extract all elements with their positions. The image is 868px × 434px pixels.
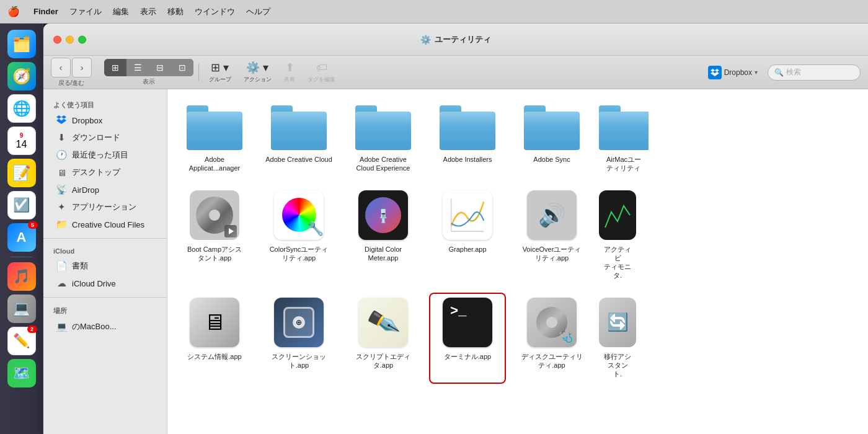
dropbox-label: Dropbox <box>724 68 752 77</box>
sidebar-item-downloads[interactable]: ⬇ ダウンロード <box>46 129 164 146</box>
sidebar-item-recent[interactable]: 🕐 最近使った項目 <box>46 146 164 164</box>
close-button[interactable] <box>53 35 61 43</box>
menu-edit[interactable]: 編集 <box>113 6 129 17</box>
sidebar: よく使う項目 Dropbox ⬇ ダウンロード 🕐 最近使った項目 🖥 デスクト… <box>43 89 167 434</box>
tag-button[interactable]: 🏷 タグを編集 <box>303 59 340 86</box>
file-grid: AdobeApplicat...anager Adobe Creative Cl… <box>167 89 868 434</box>
folder-adobe-app-manager[interactable]: AdobeApplicat...anager <box>177 102 252 177</box>
sidebar-desktop-label: デスクトップ <box>72 167 120 178</box>
forward-button[interactable]: › <box>72 58 92 78</box>
dock-chrome[interactable]: 🌐 <box>7 94 36 123</box>
folder-icon-2 <box>271 105 327 150</box>
sidebar-applications-label: アプリケーション <box>72 202 136 213</box>
fullscreen-button[interactable] <box>78 35 86 43</box>
app-sysinfo[interactable]: 🖥 システム情報.app <box>177 294 252 383</box>
file-name-adobe-sync: Adobe Sync <box>533 155 570 164</box>
utility-icon: ⚙️ <box>420 35 431 45</box>
sidebar-macbook-label: のMacBoo... <box>72 321 117 332</box>
sidebar-item-applications[interactable]: ✦ アプリケーション <box>46 198 164 216</box>
sidebar-icloud-drive-label: iCloud Drive <box>72 279 116 288</box>
dock-safari[interactable]: 🧭 <box>7 62 36 91</box>
dock-scripteditor[interactable]: ✏️ 2 <box>7 327 36 355</box>
main-content: よく使う項目 Dropbox ⬇ ダウンロード 🕐 最近使った項目 🖥 デスクト… <box>43 89 868 434</box>
menu-help[interactable]: ヘルプ <box>246 6 270 17</box>
file-name-terminal: ターミナル.app <box>444 352 491 361</box>
app-migration[interactable]: 🔄 移行アシスタント. <box>599 294 636 383</box>
app-screenshot[interactable]: ⊕ スクリーンショット.app <box>262 294 336 383</box>
folder-adobe-cce[interactable]: Adobe CreativeCloud Experience <box>346 102 420 177</box>
sidebar-item-macbook[interactable]: 💻 のMacBoo... <box>46 318 164 335</box>
sidebar-item-desktop[interactable]: 🖥 デスクトップ <box>46 164 164 181</box>
gallery-view-button[interactable]: ⊡ <box>171 59 193 76</box>
dock-sysinfo[interactable]: 💻 <box>7 294 36 323</box>
sidebar-item-dropbox[interactable]: Dropbox <box>46 112 164 129</box>
dock-reminders[interactable]: ☑️ <box>7 191 36 219</box>
dock: 🗂️ 🧭 🌐 9 14 📝 ☑️ A 5 🎵 💻 ✏️ 2 🗺️ <box>0 24 43 434</box>
file-name-adobe-app-manager: AdobeApplicat...anager <box>189 155 241 173</box>
menu-go[interactable]: 移動 <box>167 6 184 17</box>
nav-label: 戻る/進む <box>58 79 85 87</box>
migration-icon: 🔄 <box>599 298 636 347</box>
app-bootcamp[interactable]: Boot Campアシスタント.app <box>177 187 252 284</box>
grapher-icon <box>443 190 492 240</box>
sidebar-item-ccfiles[interactable]: 📁 Creative Cloud Files <box>46 216 164 233</box>
folder-adobe-installers[interactable]: Adobe Installers <box>430 102 505 177</box>
voiceover-icon: 🔊 <box>527 190 577 240</box>
svg-marker-0 <box>229 228 234 234</box>
list-view-button[interactable]: ☰ <box>126 59 149 76</box>
dock-music[interactable]: 🎵 <box>7 262 36 291</box>
menu-view[interactable]: 表示 <box>140 6 156 17</box>
sidebar-item-airdrop[interactable]: 📡 AirDrop <box>46 181 164 198</box>
locations-section-title: 場所 <box>43 303 167 318</box>
dock-maps[interactable]: 🗺️ <box>7 359 36 388</box>
app-activity-monitor[interactable]: アクティビティモニタ. <box>599 187 636 284</box>
search-placeholder: 検索 <box>786 67 801 78</box>
sidebar-item-docs[interactable]: 📄 書類 <box>46 257 164 275</box>
minimize-button[interactable] <box>66 35 74 43</box>
app-terminal[interactable]: >_ ターミナル.app <box>430 294 505 383</box>
dock-notes[interactable]: 📝 <box>7 159 36 187</box>
file-name-scripteditor: スクリプトエディタ.app <box>356 352 410 370</box>
dock-appstore[interactable]: A 5 <box>7 223 36 252</box>
appstore-badge: 5 <box>28 221 38 229</box>
dock-finder[interactable]: 🗂️ <box>7 30 36 58</box>
folder-icon <box>187 105 242 150</box>
folder-adobe-cc[interactable]: Adobe Creative Cloud <box>262 102 336 177</box>
app-scripteditor[interactable]: ✒️ スクリプトエディタ.app <box>346 294 420 383</box>
app-dcm[interactable]: 💉 Digital ColorMeter.app <box>346 187 420 284</box>
menu-window[interactable]: ウインドウ <box>195 6 235 17</box>
airdrop-icon: 📡 <box>56 184 67 195</box>
app-voiceover[interactable]: 🔊 VoiceOverユーティリティ.app <box>515 187 589 284</box>
sidebar-item-icloud-drive[interactable]: ☁ iCloud Drive <box>46 275 164 292</box>
folder-adobe-sync[interactable]: Adobe Sync <box>515 102 589 177</box>
terminal-icon: >_ <box>443 298 492 347</box>
app-diskutil[interactable]: 🩺 ディスクユーティリティ.app <box>515 294 589 383</box>
dropbox-toolbar-button[interactable]: Dropbox ▾ <box>703 63 763 82</box>
file-name-adobe-cce: Adobe CreativeCloud Experience <box>356 155 410 173</box>
icon-view-button[interactable]: ⊞ <box>104 59 126 76</box>
apple-menu[interactable]: 🍎 <box>7 6 20 17</box>
search-box[interactable]: 🔍 検索 <box>768 64 861 81</box>
group-button[interactable]: ⊞ ▾ グループ <box>204 58 236 86</box>
menu-file[interactable]: ファイル <box>69 6 102 17</box>
sysinfo-badge: 2 <box>27 326 37 333</box>
menu-finder[interactable]: Finder <box>33 7 58 16</box>
app-colorsync[interactable]: 🔧 ColorSyncユーティリティ.app <box>262 187 336 284</box>
nav-group: ‹ › 戻る/進む <box>51 58 92 87</box>
bootcamp-icon <box>190 190 239 240</box>
folder-icon-6 <box>599 105 649 150</box>
back-button[interactable]: ‹ <box>51 58 71 78</box>
column-view-button[interactable]: ⊟ <box>149 59 171 76</box>
action-button[interactable]: ⚙️ ▾ アクション <box>239 58 277 86</box>
folder-icon-5 <box>524 105 580 150</box>
group-label: グループ <box>209 76 231 84</box>
icloud-drive-icon: ☁ <box>56 278 67 289</box>
app-grapher[interactable]: Grapher.app <box>430 187 505 284</box>
share-button[interactable]: ⬆ 共有 <box>279 58 300 86</box>
dock-calendar[interactable]: 9 14 <box>7 126 36 155</box>
file-name-colorsync: ColorSyncユーティリティ.app <box>270 245 329 263</box>
download-icon: ⬇ <box>56 132 67 143</box>
dropbox-icon <box>708 66 722 79</box>
folder-airmac[interactable]: AirMacユーティリティ <box>599 102 649 177</box>
window-title: ⚙️ ユーティリティ <box>420 34 491 45</box>
